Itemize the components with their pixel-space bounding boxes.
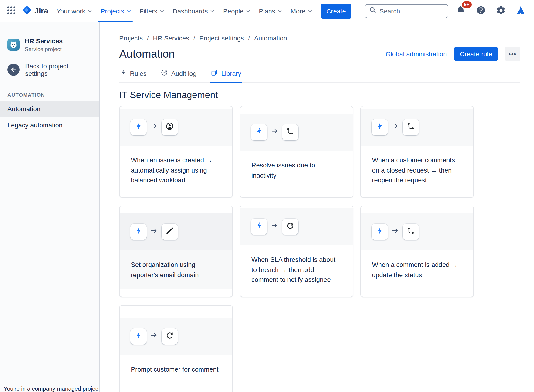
tab-audit-log[interactable]: Audit log (160, 66, 198, 82)
nav-item-people[interactable]: People (219, 0, 254, 22)
template-card-sla-breach-comment[interactable]: When SLA threshold is about to breach → … (240, 205, 353, 297)
breadcrumb-automation[interactable]: Automation (254, 33, 287, 43)
template-card-reopen-request[interactable]: When a customer comments on a closed req… (360, 106, 474, 198)
template-card-resolve-inactivity[interactable]: Resolve issues due to inactivity (240, 106, 353, 198)
gear-icon (496, 5, 506, 17)
breadcrumb-separator: / (147, 33, 149, 43)
card-text: When SLA threshold is about to breach → … (240, 245, 353, 294)
title-row: Automation Global administration Create … (119, 47, 520, 61)
template-card-comment-update-status[interactable]: When a comment is added → update the sta… (360, 205, 474, 297)
card-icon-strip (120, 213, 232, 250)
trigger-icon-tile (130, 328, 147, 344)
chevron-down-icon (160, 8, 164, 12)
jira-wordmark: Jira (34, 6, 48, 16)
search-input[interactable] (379, 7, 444, 15)
branch-icon (406, 226, 415, 237)
tab-rules[interactable]: Rules (119, 66, 148, 82)
card-text: When a comment is added → update the sta… (361, 250, 473, 289)
trigger-icon-tile (130, 119, 147, 135)
project-title-block: HR Services Service project (25, 37, 63, 52)
arrow-right-icon (272, 223, 278, 231)
card-icon-strip (240, 114, 353, 151)
nav-item-more[interactable]: More (286, 0, 316, 22)
top-navigation: Jira Your work Projects Filters Dashboar… (0, 0, 534, 22)
card-text: When a customer comments on a closed req… (361, 145, 473, 195)
refresh-icon (165, 331, 174, 341)
action-icon-tile (162, 119, 178, 135)
assignee-icon (165, 122, 174, 133)
tab-library[interactable]: Library (210, 66, 242, 82)
nav-item-filters[interactable]: Filters (135, 0, 168, 22)
arrow-right-icon (151, 228, 157, 236)
arrow-right-icon (151, 332, 157, 340)
app-switcher-button[interactable] (4, 4, 19, 18)
atlassian-icon (516, 5, 526, 17)
breadcrumb-projects[interactable]: Projects (119, 33, 143, 43)
trigger-icon-tile (372, 224, 388, 240)
primary-nav: Your work Projects Filters Dashboards Pe… (52, 0, 316, 22)
chevron-down-icon (278, 8, 282, 12)
breadcrumb-separator: / (248, 33, 250, 43)
jira-app: Jira Your work Projects Filters Dashboar… (0, 0, 534, 392)
card-icon-strip (120, 109, 232, 145)
notifications-button[interactable]: 9+ (453, 4, 468, 18)
sidebar-item-automation[interactable]: Automation (0, 101, 99, 117)
lightning-icon (120, 69, 127, 77)
arrow-right-icon (272, 128, 278, 136)
card-icon-strip (120, 318, 232, 355)
action-icon-tile (162, 328, 178, 344)
template-card-prompt-customer[interactable]: Prompt customer for comment (119, 305, 233, 392)
breadcrumb-separator: / (193, 33, 195, 43)
create-rule-button[interactable]: Create rule (454, 47, 498, 61)
page-title: Automation (119, 47, 175, 61)
lightning-icon (255, 222, 263, 232)
lightning-icon (376, 122, 384, 132)
global-search[interactable] (365, 4, 448, 18)
atlassian-app-button[interactable] (514, 4, 528, 18)
arrow-right-icon (392, 228, 399, 236)
refresh-icon (286, 221, 295, 232)
branch-icon (406, 122, 415, 133)
jira-logo[interactable]: Jira (19, 5, 52, 17)
trigger-icon-tile (251, 124, 267, 140)
card-text: Resolve issues due to inactivity (240, 151, 353, 190)
help-icon (476, 5, 486, 17)
template-card-set-organization[interactable]: Set organization using reporter's email … (119, 205, 233, 297)
project-header: HR Services Service project (0, 33, 99, 56)
settings-button[interactable] (493, 4, 508, 18)
card-text: Prompt customer for comment (120, 355, 232, 384)
global-administration-link[interactable]: Global administration (386, 50, 447, 58)
nav-item-plans[interactable]: Plans (254, 0, 286, 22)
arrow-right-icon (392, 123, 399, 131)
jira-logo-icon (21, 5, 32, 17)
project-type-footer-note: You're in a company-managed project (4, 386, 98, 392)
back-to-project-settings-button[interactable]: Back to project settings (0, 56, 99, 84)
more-actions-button[interactable]: ••• (505, 47, 520, 61)
breadcrumb-hr-services[interactable]: HR Services (153, 33, 189, 43)
branch-icon (286, 127, 295, 138)
sidebar-section-label: AUTOMATION (0, 84, 99, 101)
create-button[interactable]: Create (321, 4, 352, 18)
pages-icon (211, 69, 218, 78)
nav-item-your-work[interactable]: Your work (52, 0, 96, 22)
help-button[interactable] (473, 4, 488, 18)
nav-item-dashboards[interactable]: Dashboards (168, 0, 219, 22)
chevron-down-icon (246, 8, 250, 12)
action-icon-tile (403, 224, 419, 240)
action-icon-tile (403, 119, 419, 135)
chevron-down-icon (88, 8, 92, 12)
lightning-icon (134, 122, 143, 132)
check-circle-icon (161, 69, 168, 78)
trigger-icon-tile (251, 219, 267, 235)
sidebar-item-legacy-automation[interactable]: Legacy automation (0, 117, 99, 133)
template-card-balanced-workload[interactable]: When an issue is created → automatically… (119, 106, 233, 198)
chevron-down-icon (210, 8, 215, 12)
section-title: IT Service Management (119, 89, 520, 101)
project-type: Service project (25, 46, 63, 52)
nav-item-projects[interactable]: Projects (96, 0, 135, 22)
project-avatar (7, 39, 19, 51)
breadcrumb-project-settings[interactable]: Project settings (199, 33, 244, 43)
lightning-icon (376, 227, 384, 237)
title-actions: Global administration Create rule ••• (386, 47, 520, 61)
action-icon-tile (162, 224, 178, 240)
